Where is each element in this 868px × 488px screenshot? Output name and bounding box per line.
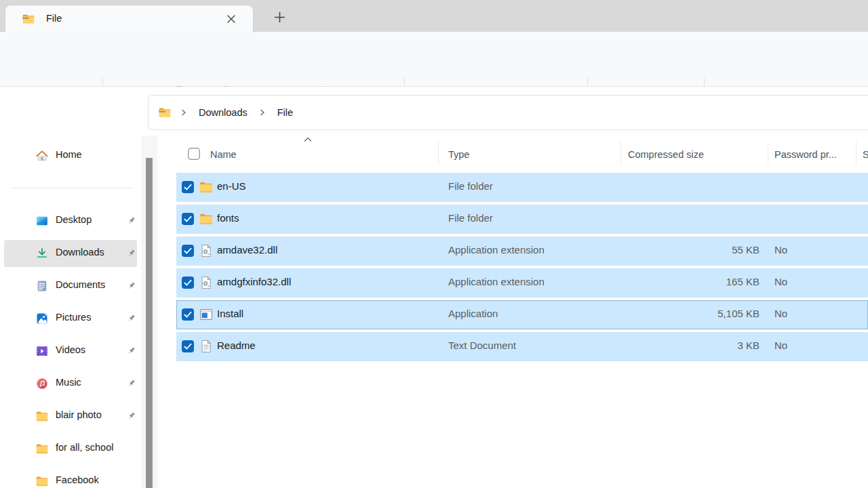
row-checkbox[interactable] <box>182 277 194 289</box>
sidebar-item-label: Home <box>56 149 82 160</box>
sort-ascending-icon <box>302 136 313 143</box>
sidebar-item-blair-photo[interactable]: blair photo <box>4 403 137 430</box>
sidebar-scrollbar-thumb[interactable] <box>146 158 153 488</box>
row-checkbox[interactable] <box>182 245 194 257</box>
sidebar-item-for-all-school[interactable]: for all, school <box>4 435 137 462</box>
sidebar-item-label: Desktop <box>56 214 92 225</box>
file-name[interactable]: Readme <box>217 340 256 351</box>
breadcrumb-downloads[interactable]: Downloads <box>196 105 250 120</box>
row-checkbox[interactable] <box>182 181 194 193</box>
pin-icon <box>126 281 137 291</box>
address-bar[interactable]: Downloads File <box>148 95 868 130</box>
app-icon <box>199 307 214 322</box>
sidebar-item-desktop[interactable]: Desktop <box>4 207 137 235</box>
file-password-protected: No <box>774 308 787 319</box>
sidebar-separator <box>11 188 132 188</box>
folder-icon <box>35 409 49 423</box>
file-compressed-size: 55 KB <box>732 244 760 256</box>
pin-icon <box>126 216 137 226</box>
column-header-name[interactable]: Name <box>210 147 237 162</box>
dll-icon <box>199 275 214 290</box>
folder-icon <box>199 180 214 195</box>
file-row[interactable]: amdave32.dllApplication extension55 KBNo <box>176 237 868 266</box>
row-checkbox[interactable] <box>182 340 194 352</box>
sidebar-item-label: Documents <box>56 279 105 290</box>
select-all-checkbox[interactable] <box>188 148 200 160</box>
file-type: Application extension <box>448 276 545 287</box>
file-list-pane: Name Type Compressed size Password pr...… <box>157 136 868 488</box>
documents-icon <box>35 279 49 293</box>
column-resize-handle[interactable] <box>768 141 768 165</box>
column-resize-handle[interactable] <box>438 141 439 165</box>
folder-icon <box>35 442 49 455</box>
pin-icon <box>126 378 137 389</box>
file-name[interactable]: fonts <box>217 212 239 224</box>
column-header-password-protected[interactable]: Password pr... <box>774 147 837 162</box>
breadcrumb-file[interactable]: File <box>275 105 296 120</box>
file-row[interactable]: ReadmeText Document3 KBNo <box>176 332 868 361</box>
new-tab-button[interactable] <box>269 7 290 26</box>
file-compressed-size: 5,105 KB <box>717 308 760 319</box>
sidebar-item-facebook[interactable]: Facebook <box>4 468 137 488</box>
file-name[interactable]: amdgfxinfo32.dll <box>217 276 291 287</box>
pictures-icon <box>35 312 49 325</box>
breadcrumb-chevron-icon <box>258 108 267 117</box>
dll-icon <box>199 243 214 258</box>
sidebar-item-label: Facebook <box>56 474 99 485</box>
file-row[interactable]: en-USFile folder <box>176 173 868 202</box>
sidebar-item-home[interactable]: Home <box>4 142 137 169</box>
file-name[interactable]: amdave32.dll <box>217 244 277 256</box>
row-checkbox[interactable] <box>182 213 194 225</box>
tab-file[interactable]: File <box>5 5 253 32</box>
videos-icon <box>35 344 49 358</box>
txt-icon <box>199 339 214 354</box>
file-type: File folder <box>448 212 493 224</box>
file-row[interactable]: InstallApplication5,105 KBNo <box>176 300 868 329</box>
sidebar-item-videos[interactable]: Videos <box>4 338 137 365</box>
navigation-row: Downloads File <box>0 87 868 136</box>
file-explorer-window: File New <box>0 0 868 488</box>
row-checkbox[interactable] <box>182 308 194 321</box>
sidebar-item-label: blair photo <box>56 409 102 420</box>
home-icon <box>35 149 49 163</box>
sidebar-item-downloads[interactable]: Downloads <box>4 240 137 267</box>
file-name[interactable]: Install <box>217 308 243 319</box>
column-header-size[interactable]: S <box>863 147 868 162</box>
sidebar-item-label: Music <box>56 377 81 388</box>
sidebar-item-pictures[interactable]: Pictures <box>4 305 137 332</box>
zip-folder-icon <box>158 106 172 119</box>
file-compressed-size: 3 KB <box>737 340 760 351</box>
pin-icon <box>126 313 137 324</box>
downloads-icon <box>35 247 49 260</box>
file-password-protected: No <box>774 244 787 256</box>
pin-icon <box>126 346 137 357</box>
sidebar-item-label: Videos <box>56 344 85 355</box>
file-type: File folder <box>448 180 493 192</box>
tab-close-icon[interactable] <box>222 9 241 28</box>
folder-icon <box>35 474 49 488</box>
breadcrumb-chevron-icon <box>180 108 188 117</box>
file-row[interactable]: fontsFile folder <box>176 205 868 234</box>
desktop-icon <box>35 214 49 228</box>
column-header-compressed-size[interactable]: Compressed size <box>628 147 704 162</box>
sidebar-item-label: for all, school <box>56 442 113 453</box>
folder-icon <box>199 211 214 226</box>
file-name[interactable]: en-US <box>217 180 246 192</box>
music-icon <box>35 377 49 390</box>
file-type: Application <box>448 308 498 319</box>
file-type: Application extension <box>448 244 545 256</box>
file-row[interactable]: amdgfxinfo32.dllApplication extension165… <box>176 268 868 298</box>
pin-icon <box>126 248 137 259</box>
sidebar-item-music[interactable]: Music <box>4 370 137 397</box>
tab-strip: File <box>0 0 868 32</box>
column-resize-handle[interactable] <box>856 141 856 165</box>
sidebar-item-documents[interactable]: Documents <box>4 272 137 300</box>
sidebar-item-label: Downloads <box>56 247 104 258</box>
file-compressed-size: 165 KB <box>726 276 760 287</box>
pin-icon <box>126 411 137 422</box>
zip-folder-icon <box>22 12 35 26</box>
column-header-type[interactable]: Type <box>448 147 469 162</box>
sidebar-scrollbar[interactable] <box>141 136 157 488</box>
column-resize-handle[interactable] <box>620 141 621 165</box>
tab-title: File <box>46 13 62 24</box>
